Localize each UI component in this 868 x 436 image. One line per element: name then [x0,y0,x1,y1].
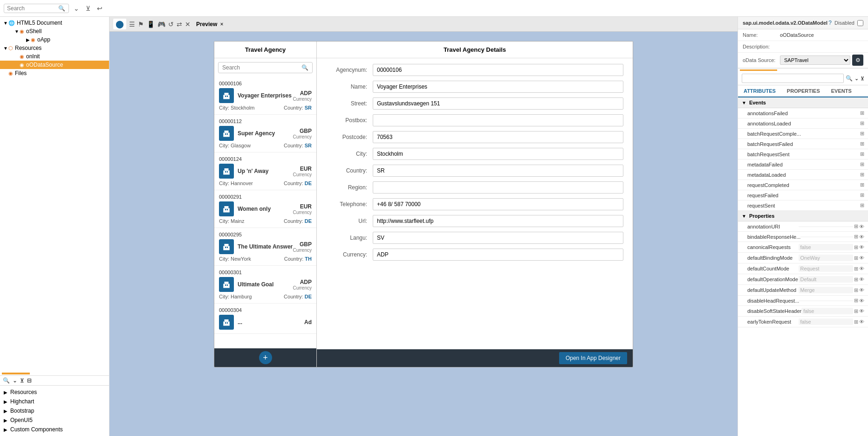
sb-item-resources[interactable]: ▶ Resources [0,388,109,397]
agency-search-icon[interactable]: 🔍 [301,64,308,71]
expand-icon[interactable]: ⊻ [20,377,24,384]
disabled-checkbox[interactable] [857,20,863,26]
prop-eye-icon-defaultCountMode[interactable]: 👁 [859,266,864,271]
toolbar-icon-3[interactable]: ↩ [96,4,103,13]
sb-toggle-bootstrap[interactable]: ▶ [4,408,10,414]
tree-toggle-files[interactable] [3,71,8,76]
input-country[interactable] [373,165,623,177]
collapse-icon[interactable]: ⌄ [13,377,17,384]
tree-item-oodatasource[interactable]: ◉ oODataSource [0,61,109,69]
agency-search-input[interactable] [222,64,301,71]
tree-item-files[interactable]: ◉ Files [0,69,109,77]
event-bind-icon-requestCompleted[interactable]: ⊞ [860,182,864,188]
agency-item-295[interactable]: 00000295 The Ultimate Answer GBP Currenc… [214,228,316,266]
prop-bind-icon-bindableResponseHe[interactable]: ⊞ [854,234,858,240]
odata-source-select[interactable]: SAPTravel [780,55,850,65]
help-icon[interactable]: ? [828,20,832,26]
prop-bind-icon-earlyTokenRequest[interactable]: ⊞ [854,319,858,325]
input-postcode[interactable] [373,131,623,143]
prop-eye-icon-disableSoftStateHeader[interactable]: 👁 [859,308,864,314]
tree-toggle-oshell[interactable]: ▼ [14,29,20,34]
events-section-header[interactable]: ▼ Events [738,97,868,108]
agency-item-124[interactable]: 00000124 Up 'n' Away EUR Currency [214,152,316,190]
event-bind-icon-metadataFailed[interactable]: ⊞ [860,161,864,167]
input-agencynum[interactable] [373,64,623,76]
search-icon-bottom[interactable]: 🔍 [3,377,10,384]
icon-phone[interactable]: 📱 [147,21,155,28]
prop-eye-icon-earlyTokenRequest[interactable]: 👁 [859,319,864,325]
agency-item-106[interactable]: 00000106 Voyager Enterprises ADP Currenc… [214,77,316,115]
prop-bind-icon-annotationURI[interactable]: ⊞ [854,223,858,229]
icon-close-preview[interactable]: ✕ [185,21,191,28]
input-name[interactable] [373,81,623,93]
right-collapse-icon[interactable]: ⌄ [854,76,859,82]
tree-toggle-oodatasource[interactable] [14,62,20,68]
prop-bind-icon-defaultCountMode[interactable]: ⊞ [854,266,858,272]
tree-item-resources[interactable]: ▼ ⬡ Resources [0,44,109,52]
sb-item-bootstrap[interactable]: ▶ Bootstrap [0,406,109,415]
add-agency-button[interactable]: + [259,351,272,364]
prop-eye-icon-canonicalRequests[interactable]: 👁 [859,244,864,250]
prop-eye-icon-defaultOperationMode[interactable]: 👁 [859,277,864,282]
event-bind-icon-requestFailed[interactable]: ⊞ [860,192,864,198]
event-bind-icon-annotationsFailed[interactable]: ⊞ [860,110,864,116]
prop-eye-icon-disableHeadRequest[interactable]: 👁 [859,298,864,304]
tree-item-html5doc[interactable]: ▼ 🌐 HTML5 Document [0,19,109,27]
tree-item-oapp[interactable]: ▶ ◉ oApp [0,35,109,44]
input-langu[interactable] [373,232,623,244]
input-telephone[interactable] [373,198,623,210]
sb-toggle-openuis[interactable]: ▶ [4,418,10,423]
agency-item-112[interactable]: 00000112 Super Agency GBP Currency [214,115,316,152]
icon-refresh[interactable]: ↺ [168,21,174,28]
prop-bind-icon-canonicalRequests[interactable]: ⊞ [854,244,858,250]
input-postbox[interactable] [373,114,623,126]
input-region[interactable] [373,181,623,194]
icon-gamepad[interactable]: 🎮 [157,21,165,28]
tree-toggle-html5doc[interactable]: ▼ [3,21,8,26]
right-expand-icon[interactable]: ⊻ [861,76,864,82]
event-bind-icon-batchRequestFailed[interactable]: ⊞ [860,141,864,147]
sb-item-openuis[interactable]: ▶ OpenUI5 [0,415,109,425]
properties-section-header[interactable]: ▼ Properties [738,211,868,221]
event-bind-icon-requestSent[interactable]: ⊞ [860,202,864,208]
toolbar-icon-2[interactable]: ⊻ [85,4,91,13]
tab-properties[interactable]: PROPERTIES [781,85,826,97]
tab-events[interactable]: EVENTS [826,85,857,97]
sb-toggle-resources[interactable]: ▶ [4,390,10,395]
input-street[interactable] [373,97,623,110]
input-city[interactable] [373,148,623,160]
prop-eye-icon-defaultBindingMode[interactable]: 👁 [859,255,864,261]
sb-item-custom[interactable]: ▶ Custom Components [0,425,109,434]
sb-toggle-custom[interactable]: ▶ [4,427,10,432]
preview-close-btn[interactable]: × [220,21,223,28]
right-search-icon[interactable]: 🔍 [846,75,853,82]
agency-item-301[interactable]: 00000301 Ultimate Goal ADP Currency [214,266,316,304]
prop-eye-icon-bindableResponseHe[interactable]: 👁 [859,234,864,240]
right-panel-search-input[interactable] [742,74,844,83]
event-bind-icon-batchRequestComple[interactable]: ⊞ [860,131,864,137]
prop-eye-icon-annotationURI[interactable]: 👁 [859,224,864,229]
odata-source-gear-button[interactable]: ⚙ [852,55,863,66]
event-bind-icon-metadataLoaded[interactable]: ⊞ [860,172,864,178]
tree-item-oshell[interactable]: ▼ ◉ oShell [0,27,109,35]
toolbar-icon-1[interactable]: ⌄ [73,4,80,13]
sb-item-highchart[interactable]: ▶ Highchart [0,397,109,406]
input-url[interactable] [373,215,623,227]
tree-toggle-oapp[interactable]: ▶ [25,37,31,42]
agency-item-291[interactable]: 00000291 Women only EUR Currency [214,190,316,228]
prop-eye-icon-defaultUpdateMethod[interactable]: 👁 [859,287,864,293]
tree-item-oninit[interactable]: ◉ onInit [0,52,109,61]
filter-icon[interactable]: ⊟ [27,377,32,384]
sb-toggle-highchart[interactable]: ▶ [4,399,10,404]
input-currency[interactable] [373,249,623,261]
open-designer-button[interactable]: Open In App Designer [559,352,627,364]
event-bind-icon-annotationsLoaded[interactable]: ⊞ [860,120,864,126]
tree-toggle-resources[interactable]: ▼ [3,46,8,51]
agency-item-304[interactable]: 00000304 ... Ad [214,304,316,334]
icon-list[interactable]: ☰ [129,21,135,28]
event-bind-icon-batchRequestSent[interactable]: ⊞ [860,151,864,157]
prop-bind-icon-defaultBindingMode[interactable]: ⊞ [854,255,858,261]
prop-bind-icon-defaultOperationMode[interactable]: ⊞ [854,277,858,283]
icon-shuffle[interactable]: ⇄ [177,21,182,28]
prop-bind-icon-disableSoftStateHeader[interactable]: ⊞ [854,308,858,314]
